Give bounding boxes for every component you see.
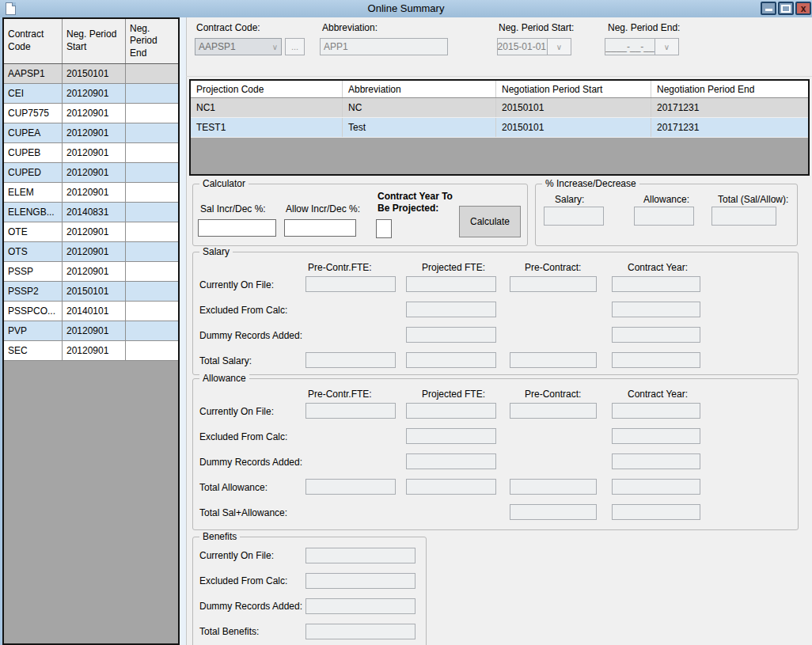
neg-period-start-dropdown[interactable]: ∨	[547, 38, 571, 55]
allowance-field[interactable]	[406, 453, 496, 469]
benefits-field[interactable]	[305, 573, 415, 589]
column-header-negotiation-period-start[interactable]: Negotiation Period Start	[496, 81, 651, 97]
salary-field[interactable]	[510, 276, 597, 292]
salary-field[interactable]	[612, 302, 700, 317]
allowance-field[interactable]	[612, 428, 700, 444]
title-bar: Online Summary x	[0, 0, 812, 17]
salary-field[interactable]	[612, 352, 700, 368]
table-row[interactable]: PVP20120901	[4, 321, 178, 341]
column-header-contract-code[interactable]: Contract Code	[4, 19, 63, 63]
projection-table: Projection Code Abbreviation Negotiation…	[189, 79, 810, 176]
cell: CUPED	[4, 163, 63, 182]
table-row[interactable]: NC1NC2015010120171231	[191, 98, 808, 118]
table-row[interactable]: CUPEA20120901	[4, 123, 178, 143]
maximize-button[interactable]	[778, 2, 794, 15]
cell	[126, 222, 178, 241]
column-header-projection-code[interactable]: Projection Code	[191, 81, 343, 97]
calculator-group-label: Calculator	[199, 178, 249, 189]
table-row[interactable]: SEC20120901	[4, 341, 178, 361]
salary-col-header-contract-year: Contract Year:	[628, 262, 688, 273]
allowance-field[interactable]	[406, 479, 496, 495]
column-header-neg-period-start[interactable]: Neg. Period Start	[63, 19, 126, 63]
cell: ELENGB...	[4, 203, 63, 222]
salary-field[interactable]	[406, 352, 496, 368]
sal-incr-input[interactable]	[198, 219, 276, 237]
table-row[interactable]: OTE20120901	[4, 222, 178, 242]
benefits-field[interactable]	[305, 624, 415, 639]
salary-field[interactable]	[406, 276, 496, 292]
maximize-icon	[781, 5, 791, 13]
benefits-field[interactable]	[305, 598, 415, 614]
pct-total-field[interactable]	[711, 207, 776, 226]
cell	[126, 262, 178, 281]
pct-allowance-field[interactable]	[634, 207, 694, 226]
table-row[interactable]: CUPEB20120901	[4, 143, 178, 163]
pct-group-label: % Increase/Decrease	[542, 178, 639, 189]
neg-period-end-label: Neg. Period End:	[608, 22, 680, 33]
table-row[interactable]: CEI20120901	[4, 84, 178, 104]
allowance-field[interactable]	[510, 403, 597, 419]
allowance-field[interactable]	[510, 504, 597, 520]
neg-period-start-label: Neg. Period Start:	[499, 22, 574, 33]
salary-row-label: Excluded From Calc:	[199, 305, 287, 316]
close-button[interactable]: x	[795, 2, 811, 15]
neg-period-end-dropdown[interactable]: ∨	[655, 38, 679, 55]
table-row[interactable]: ELENGB...20140831	[4, 203, 178, 222]
salary-field[interactable]	[612, 327, 700, 343]
table-row[interactable]: ELEM20120901	[4, 183, 178, 203]
allowance-field[interactable]	[612, 403, 700, 419]
minimize-button[interactable]	[761, 2, 776, 15]
table-row[interactable]: CUP757520120901	[4, 104, 178, 123]
allowance-field[interactable]	[305, 403, 396, 419]
salary-row-label: Currently On File:	[199, 279, 274, 290]
cell: 20140831	[63, 203, 126, 222]
browse-button[interactable]: ...	[285, 38, 305, 55]
column-header-abbreviation[interactable]: Abbreviation	[343, 81, 496, 97]
table-row[interactable]: CUPED20120901	[4, 163, 178, 183]
allowance-field[interactable]	[612, 453, 700, 469]
table-row[interactable]: OTS20120901	[4, 242, 178, 262]
allowance-field[interactable]	[612, 504, 700, 520]
column-header-negotiation-period-end[interactable]: Negotiation Period End	[651, 81, 808, 97]
cell: NC	[343, 98, 496, 117]
allowance-field[interactable]	[510, 479, 597, 495]
salary-field[interactable]	[406, 302, 496, 317]
neg-period-end-field[interactable]: ____-__-__	[605, 38, 655, 55]
allow-incr-input[interactable]	[284, 219, 356, 237]
salary-field[interactable]	[612, 276, 700, 292]
cell: 20120901	[63, 143, 126, 162]
cell: 20120901	[63, 183, 126, 202]
table-row[interactable]: AAPSP120150101	[4, 64, 178, 84]
table-row[interactable]: PSSP20120901	[4, 262, 178, 282]
column-header-neg-period-end[interactable]: Neg. Period End	[126, 19, 178, 63]
benefits-field[interactable]	[305, 548, 415, 563]
table-row[interactable]: PSSPCO...20140101	[4, 302, 178, 321]
allowance-field[interactable]	[305, 479, 396, 495]
table-row[interactable]: PSSP220150101	[4, 282, 178, 302]
cell: 20150101	[496, 118, 651, 137]
window-controls: x	[761, 2, 811, 15]
salary-col-header-pre-contr-fte: Pre-Contr.FTE:	[308, 262, 372, 273]
allowance-field[interactable]	[406, 403, 496, 419]
contract-table-body: AAPSP120150101CEI20120901CUP757520120901…	[4, 64, 178, 361]
header-separator	[186, 76, 812, 77]
contract-code-combobox[interactable]: AAPSP1 ∨	[195, 38, 282, 55]
panel-divider	[180, 17, 186, 645]
calculate-button[interactable]: Calculate	[459, 206, 521, 237]
abbreviation-field[interactable]: APP1	[320, 38, 448, 55]
allowance-field[interactable]	[612, 479, 700, 495]
neg-period-start-field[interactable]: 2015-01-01	[497, 38, 548, 55]
allowance-field[interactable]	[406, 428, 496, 444]
contract-table: Contract Code Neg. Period Start Neg. Per…	[2, 17, 180, 645]
contract-year-input[interactable]	[376, 219, 392, 238]
table-row[interactable]: TEST1Test2015010120171231	[191, 118, 808, 138]
minimize-icon	[765, 9, 772, 11]
salary-field[interactable]	[406, 327, 496, 343]
projection-table-header: Projection Code Abbreviation Negotiation…	[191, 81, 808, 98]
pct-salary-field[interactable]	[544, 207, 604, 226]
salary-field[interactable]	[305, 352, 396, 368]
salary-field[interactable]	[510, 352, 597, 368]
salary-field[interactable]	[305, 276, 396, 292]
allowance-col-header-projected-fte: Projected FTE:	[422, 389, 485, 400]
chevron-down-icon: ∨	[556, 43, 562, 51]
